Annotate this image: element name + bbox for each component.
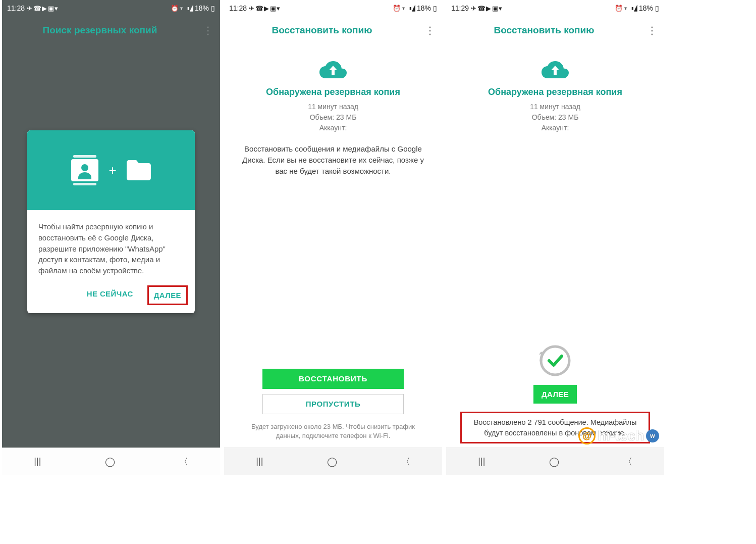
success-checkmark-icon (538, 343, 572, 378)
permission-card: + Чтобы найти резервную копию и восстано… (27, 130, 195, 313)
page-title: Восстановить копию (441, 25, 647, 36)
card-text: Чтобы найти резервную копию и восстанови… (27, 210, 195, 281)
page-title: Поиск резервных копий (0, 25, 203, 36)
app-bar: Восстановить копию ⋮ (446, 16, 664, 44)
page-title: Восстановить копию (219, 25, 425, 36)
backup-description: Восстановить сообщения и медиафайлы с Go… (233, 143, 433, 176)
nav-home[interactable]: ◯ (317, 453, 347, 470)
plus-icon: + (109, 163, 116, 178)
battery-icon: ▯ (655, 4, 659, 12)
phone-screen-2: 11:28 ✈ ☎ ▶ ▣ ▾ ⏰ ᯤ ▮◢ 18% ▯ Восстановит… (224, 0, 442, 475)
backup-meta: 11 минут назад Объем: 23 МБ Аккаунт: (308, 102, 358, 133)
nav-back[interactable]: 〈 (391, 453, 420, 471)
status-left-icons: ✈ ☎ ▶ ▣ ▾ (27, 5, 58, 12)
phone-screen-3: 11:29 ✈ ☎ ▶ ▣ ▾ ⏰ ᯤ ▮◢ 18% ▯ Восстановит… (446, 0, 664, 475)
card-hero: + (27, 130, 195, 210)
status-time: 11:28 (7, 4, 25, 12)
not-now-button[interactable]: НЕ СЕЙЧАС (82, 285, 138, 305)
status-time: 11:29 (451, 4, 469, 12)
backup-time: 11 минут назад (530, 102, 580, 112)
backup-account: Аккаунт: (530, 123, 580, 133)
nav-home[interactable]: ◯ (95, 453, 125, 470)
status-right-icons: ⏰ ᯤ ▮◢ (393, 5, 415, 12)
status-left-icons: ✈ ☎ ▶ ▣ ▾ (471, 5, 502, 12)
nav-recents[interactable]: ||| (24, 453, 51, 470)
status-right-icons: ⏰ ᯤ ▮◢ (171, 5, 193, 12)
status-left-icons: ✈ ☎ ▶ ▣ ▾ (249, 5, 280, 12)
nav-recents[interactable]: ||| (468, 453, 495, 470)
backup-found-title: Обнаружена резервная копия (266, 87, 400, 97)
nav-back[interactable]: 〈 (169, 453, 198, 471)
more-menu-icon[interactable]: ⋮ (647, 25, 657, 35)
cloud-upload-icon (318, 60, 348, 81)
status-right-icons: ⏰ ᯤ ▮◢ (615, 5, 637, 12)
battery-icon: ▯ (211, 4, 215, 12)
status-bar: 11:29 ✈ ☎ ▶ ▣ ▾ ⏰ ᯤ ▮◢ 18% ▯ (446, 0, 664, 16)
nav-recents[interactable]: ||| (246, 453, 273, 470)
backup-size: Объем: 23 МБ (308, 112, 358, 123)
watermark: @ hi-tech w (578, 427, 659, 444)
more-menu-icon[interactable]: ⋮ (425, 25, 435, 35)
android-nav-bar: ||| ◯ 〈 (224, 448, 442, 475)
svg-rect-3 (73, 183, 96, 185)
more-menu-icon[interactable]: ⋮ (203, 25, 213, 35)
phone-screen-1: 11:28 ✈ ☎ ▶ ▣ ▾ ⏰ ᯤ ▮◢ 18% ▯ Поиск резер… (2, 0, 220, 475)
status-battery: 18% (195, 4, 209, 12)
contact-stack-icon (70, 155, 99, 186)
status-battery: 18% (639, 4, 653, 12)
cloud-upload-icon (541, 60, 570, 81)
backup-meta: 11 минут назад Объем: 23 МБ Аккаунт: (530, 102, 580, 133)
battery-icon: ▯ (433, 4, 437, 12)
watermark-at-icon: @ (578, 427, 596, 444)
app-bar: Восстановить копию ⋮ (224, 16, 442, 44)
nav-home[interactable]: ◯ (539, 453, 569, 470)
folder-icon (126, 160, 152, 181)
app-bar: Поиск резервных копий ⋮ (2, 16, 220, 44)
backup-account: Аккаунт: (308, 123, 358, 133)
watermark-vk-icon: w (646, 429, 659, 442)
download-footnote: Будет загружено около 23 МБ. Чтобы снизи… (243, 422, 423, 440)
svg-point-2 (81, 164, 88, 171)
nav-back[interactable]: 〈 (613, 453, 642, 471)
android-nav-bar: ||| ◯ 〈 (446, 448, 664, 475)
status-bar: 11:28 ✈ ☎ ▶ ▣ ▾ ⏰ ᯤ ▮◢ 18% ▯ (2, 0, 220, 16)
backup-time: 11 минут назад (308, 102, 358, 112)
skip-button[interactable]: ПРОПУСТИТЬ (262, 394, 404, 414)
backup-found-title: Обнаружена резервная копия (488, 87, 622, 97)
svg-point-4 (541, 347, 569, 375)
next-button[interactable]: ДАЛЕЕ (147, 285, 188, 305)
status-time: 11:28 (229, 4, 247, 12)
restore-button[interactable]: ВОССТАНОВИТЬ (262, 369, 404, 389)
status-bar: 11:28 ✈ ☎ ▶ ▣ ▾ ⏰ ᯤ ▮◢ 18% ▯ (224, 0, 442, 16)
next-button[interactable]: ДАЛЕЕ (533, 385, 577, 404)
backup-size: Объем: 23 МБ (530, 112, 580, 123)
watermark-text: hi-tech (598, 428, 644, 444)
svg-rect-0 (73, 155, 96, 158)
android-nav-bar: ||| ◯ 〈 (2, 448, 220, 475)
status-battery: 18% (417, 4, 431, 12)
